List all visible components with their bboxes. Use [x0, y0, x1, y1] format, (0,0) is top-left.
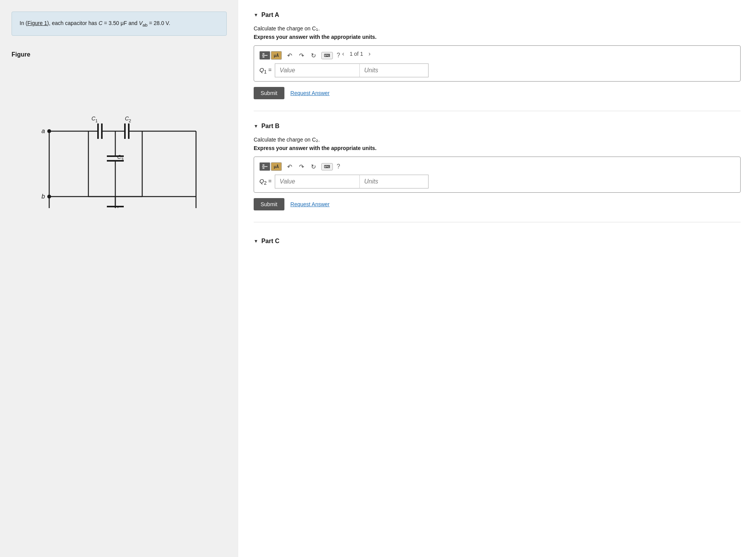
problem-text: In (Figure 1), each capacitor has C = 3.…	[20, 20, 170, 26]
part-a-body: Calculate the charge on C₁. Express your…	[254, 25, 741, 111]
circuit-svg: a b	[35, 70, 219, 208]
part-b-chevron: ▼	[254, 123, 258, 129]
part-b-header[interactable]: ▼ Part B	[254, 123, 741, 130]
figure-nav: ‹ 1 of 1 ›	[340, 50, 373, 58]
c4-label: C	[117, 205, 121, 208]
figure-area: Figure ‹ 1 of 1 › a b	[12, 43, 227, 545]
unit-icon-b[interactable]: μÅ	[271, 162, 282, 171]
part-a-submit-btn[interactable]: Submit	[254, 87, 284, 99]
left-panel: In (Figure 1), each capacitor has C = 3.…	[0, 0, 238, 557]
svg-rect-40	[263, 167, 264, 169]
right-panel: ▼ Part A Calculate the charge on C₁. Exp…	[238, 0, 756, 557]
figure-link[interactable]: Figure 1	[27, 20, 47, 26]
help-btn-b[interactable]: ?	[337, 163, 340, 170]
undo-btn[interactable]: ↶	[286, 52, 294, 59]
part-b-label: Q2 =	[259, 178, 272, 186]
node-b-label: b	[42, 193, 45, 200]
part-b-fields: Q2 =	[259, 175, 735, 188]
part-a-fields: Q1 =	[259, 63, 735, 77]
keyboard-btn[interactable]: ⌨	[321, 52, 333, 59]
part-a-section: ▼ Part A Calculate the charge on C₁. Exp…	[254, 12, 741, 119]
node-a-label: a	[42, 128, 45, 134]
part-b-value-input[interactable]	[275, 175, 359, 188]
figure-next-btn[interactable]: ›	[366, 50, 373, 58]
redo-btn-b[interactable]: ↷	[297, 163, 306, 170]
part-a-instruction-bold: Express your answer with the appropriate…	[254, 34, 741, 40]
part-b-submit-btn[interactable]: Submit	[254, 198, 284, 210]
part-a-value-input[interactable]	[275, 63, 359, 77]
problem-statement: In (Figure 1), each capacitor has C = 3.…	[12, 12, 227, 36]
part-b-section: ▼ Part B Calculate the charge on C₂. Exp…	[254, 123, 741, 230]
reset-btn-b[interactable]: ↻	[309, 163, 317, 170]
circuit-diagram: a b	[35, 70, 219, 208]
part-c-title: Part C	[261, 238, 279, 245]
part-b-units-input[interactable]	[359, 175, 429, 188]
part-c-section: ▼ Part C	[254, 234, 741, 245]
part-b-instruction: Calculate the charge on C₂.	[254, 137, 741, 143]
fraction-icon-b[interactable]	[259, 162, 270, 171]
svg-rect-35	[263, 53, 264, 55]
part-a-toolbar: μÅ ↶ ↷ ↻ ⌨ ?	[259, 51, 735, 60]
part-c-chevron: ▼	[254, 238, 258, 244]
undo-btn-b[interactable]: ↶	[286, 163, 294, 170]
svg-text:3: 3	[121, 157, 123, 162]
part-a-chevron: ▼	[254, 12, 258, 18]
figure-row: Figure ‹ 1 of 1 ›	[12, 51, 227, 62]
part-a-instruction: Calculate the charge on C₁.	[254, 25, 741, 32]
redo-btn[interactable]: ↷	[297, 52, 306, 59]
part-a-icon-group: μÅ	[259, 51, 282, 60]
reset-btn[interactable]: ↻	[309, 52, 317, 59]
part-a-label: Q1 =	[259, 67, 272, 75]
unit-icon[interactable]: μÅ	[271, 51, 282, 60]
part-a-answer-box: μÅ ↶ ↷ ↻ ⌨ ? Q1 =	[254, 45, 741, 82]
svg-text:1: 1	[95, 118, 98, 123]
part-b-title: Part B	[261, 123, 279, 130]
part-b-actions: Submit Request Answer	[254, 198, 741, 210]
part-a-units-input[interactable]	[359, 63, 429, 77]
svg-rect-37	[263, 56, 264, 58]
part-a-request-answer-btn[interactable]: Request Answer	[291, 90, 330, 96]
figure-label: Figure	[12, 51, 30, 58]
figure-nav-label: 1 of 1	[350, 51, 363, 57]
part-b-icon-group: μÅ	[259, 162, 282, 171]
part-b-instruction-bold: Express your answer with the appropriate…	[254, 145, 741, 151]
part-b-body: Calculate the charge on C₂. Express your…	[254, 137, 741, 222]
keyboard-btn-b[interactable]: ⌨	[321, 163, 333, 170]
fraction-icon[interactable]	[259, 51, 270, 60]
part-c-header[interactable]: ▼ Part C	[254, 238, 741, 245]
part-a-actions: Submit Request Answer	[254, 87, 741, 99]
part-b-answer-box: μÅ ↶ ↷ ↻ ⌨ ? Q2 =	[254, 157, 741, 193]
svg-text:2: 2	[129, 118, 131, 123]
part-b-request-answer-btn[interactable]: Request Answer	[291, 201, 330, 207]
part-a-title: Part A	[261, 12, 279, 18]
part-b-toolbar: μÅ ↶ ↷ ↻ ⌨ ?	[259, 162, 735, 171]
figure-prev-btn[interactable]: ‹	[340, 50, 346, 58]
part-a-header[interactable]: ▼ Part A	[254, 12, 741, 18]
svg-rect-38	[263, 164, 264, 166]
